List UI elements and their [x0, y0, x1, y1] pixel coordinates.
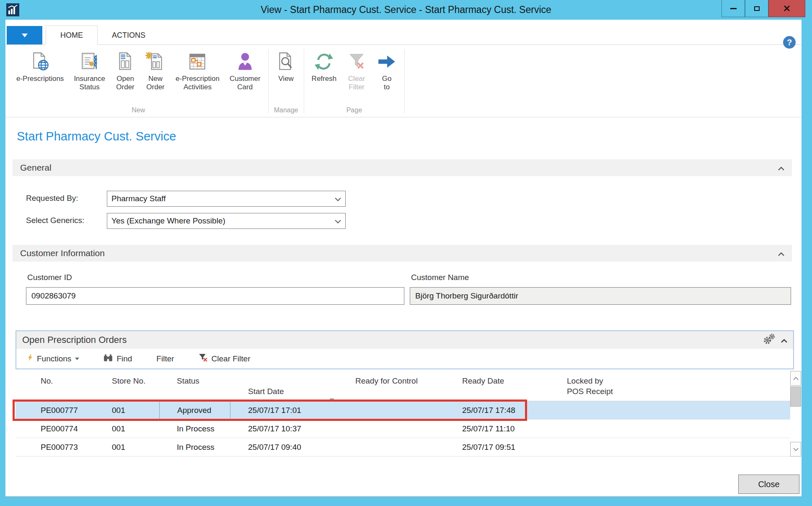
cell-ready-date[interactable]: 25/07/17 09:51	[445, 438, 550, 456]
window-content: HOME ACTIONS ? e-Prescriptions	[5, 20, 802, 497]
cell-locked-by[interactable]	[550, 438, 790, 456]
clear-filter-icon	[347, 51, 367, 73]
tab-actions[interactable]: ACTIONS	[98, 26, 160, 45]
part-title: Open Prescription Orders	[22, 335, 127, 345]
orders-table: No. Store No. Status Start Date Ready fo…	[16, 371, 790, 457]
ribbon-group-page: Refresh Clear Filter Go to	[307, 45, 402, 117]
cell-start-date[interactable]: 25/07/17 09:40	[230, 438, 339, 456]
collapse-chevron-icon[interactable]	[778, 248, 784, 258]
cell-ready-for-control[interactable]	[339, 401, 445, 419]
cell-ready-date[interactable]: 25/07/17 11:10	[445, 420, 550, 438]
customer-card-button[interactable]: Customer Card	[225, 48, 266, 91]
requested-by-label: Requested By:	[26, 194, 78, 203]
ribbon-tab-row: HOME ACTIONS ?	[5, 25, 802, 45]
column-header-store-no[interactable]: Store No.	[94, 371, 159, 401]
e-prescriptions-button[interactable]: e-Prescriptions	[11, 48, 69, 83]
ribbon-group-caption: Page	[307, 105, 402, 117]
requested-by-select[interactable]: Pharmacy Staff	[107, 191, 346, 207]
vertical-scrollbar[interactable]	[790, 371, 801, 457]
arrow-right-icon	[377, 51, 397, 73]
minimize-icon	[730, 8, 737, 9]
cell-ready-for-control[interactable]	[339, 420, 445, 438]
chevron-down-icon	[793, 448, 799, 451]
part-toolbar: Functions Find Filter Clear Filter	[16, 349, 793, 368]
column-header-ready-date[interactable]: Ready Date	[445, 371, 550, 401]
ribbon: e-Prescriptions Insurance Status Open Or…	[5, 45, 802, 117]
cell-ready-date[interactable]: 25/07/17 17:48	[445, 401, 550, 419]
cell-locked-by[interactable]	[550, 420, 790, 438]
view-button[interactable]: View	[271, 48, 301, 83]
table-row[interactable]: PE000774001In Process25/07/17 10:3725/07…	[16, 420, 790, 438]
clear-filter-button[interactable]: Clear Filter	[341, 48, 372, 91]
chevron-down-icon	[22, 34, 28, 37]
app-window: View - Start Pharmacy Cust. Service - St…	[0, 0, 812, 506]
part-header[interactable]: Open Prescription Orders	[16, 331, 793, 349]
go-to-button[interactable]: Go to	[372, 48, 402, 91]
close-button[interactable]: Close	[738, 475, 799, 494]
cell-store-no[interactable]: 001	[94, 438, 159, 456]
find-button[interactable]: Find	[103, 354, 132, 363]
binoculars-icon	[103, 354, 113, 363]
column-header-start-date[interactable]: Start Date	[230, 371, 339, 401]
scroll-up-button[interactable]	[790, 371, 801, 386]
e-prescription-activities-button[interactable]: e-Prescription Activities	[171, 48, 225, 91]
column-header-no[interactable]: No.	[16, 371, 94, 401]
application-menu-button[interactable]	[7, 26, 42, 44]
column-header-status[interactable]: Status	[159, 371, 230, 401]
refresh-button[interactable]: Refresh	[307, 48, 342, 83]
section-title: Customer Information	[20, 248, 105, 258]
cell-locked-by[interactable]	[550, 401, 790, 419]
ribbon-group-new: e-Prescriptions Insurance Status Open Or…	[11, 45, 266, 117]
gears-icon[interactable]	[763, 334, 775, 347]
scrollbar-thumb[interactable]	[790, 387, 801, 407]
table-row[interactable]: PE000777001Approved25/07/17 17:0125/07/1…	[16, 401, 790, 420]
new-order-document-icon	[145, 51, 166, 73]
orders-table-header: No. Store No. Status Start Date Ready fo…	[16, 371, 790, 401]
new-order-button[interactable]: New Order	[140, 48, 171, 91]
cell-ready-for-control[interactable]	[339, 438, 445, 456]
orders-rows: PE000777001Approved25/07/17 17:0125/07/1…	[16, 401, 790, 457]
cell-no[interactable]: PE000773	[16, 438, 94, 456]
maximize-button[interactable]	[745, 0, 768, 17]
cell-start-date[interactable]: 25/07/17 17:01	[230, 401, 339, 419]
clear-filter-toolbar-button[interactable]: Clear Filter	[199, 353, 251, 364]
cell-status[interactable]: In Process	[159, 438, 230, 456]
scroll-down-button[interactable]	[790, 442, 801, 457]
functions-menu-button[interactable]: Functions	[27, 354, 79, 363]
ribbon-separator	[304, 49, 304, 114]
cell-store-no[interactable]: 001	[94, 420, 159, 438]
cell-no[interactable]: PE000774	[16, 420, 94, 438]
requested-by-value: Pharmacy Staff	[111, 194, 166, 203]
minimize-button[interactable]	[721, 0, 745, 17]
open-order-button[interactable]: Open Order	[110, 48, 140, 91]
button-label: e-Prescriptions	[16, 75, 64, 83]
customer-name-field[interactable]	[410, 287, 791, 305]
functions-label: Functions	[37, 354, 71, 363]
filter-button[interactable]: Filter	[156, 354, 174, 363]
button-label: New Order	[146, 75, 164, 91]
button-label: Insurance Status	[74, 75, 105, 91]
collapse-chevron-icon[interactable]	[778, 163, 784, 173]
collapse-chevron-icon[interactable]	[781, 335, 787, 345]
column-header-locked-by-pos-receipt[interactable]: Locked by POS Receipt	[550, 371, 790, 401]
cell-store-no[interactable]: 001	[94, 401, 159, 419]
button-label: View	[278, 75, 294, 83]
table-row[interactable]: PE000773001In Process25/07/17 09:4025/07…	[16, 438, 790, 457]
cell-no[interactable]: PE000777	[16, 401, 94, 419]
insurance-status-button[interactable]: Insurance Status	[69, 48, 110, 91]
section-header-general[interactable]: General	[13, 159, 792, 176]
column-header-ready-for-control[interactable]: Ready for Control	[339, 371, 445, 401]
section-header-customer-information[interactable]: Customer Information	[13, 245, 792, 262]
ribbon-separator	[404, 49, 405, 114]
insurance-document-icon	[80, 51, 100, 73]
cell-start-date[interactable]: 25/07/17 10:37	[230, 420, 339, 438]
activities-grid-icon	[187, 51, 207, 73]
tab-home[interactable]: HOME	[46, 26, 98, 45]
document-globe-icon	[30, 51, 50, 73]
window-title: View - Start Pharmacy Cust. Service - St…	[0, 0, 812, 20]
cell-status[interactable]: Approved	[159, 401, 230, 419]
cell-status[interactable]: In Process	[159, 420, 230, 438]
close-window-button[interactable]	[768, 0, 805, 17]
select-generics-select[interactable]: Yes (Exchange Where Possible)	[107, 213, 346, 229]
customer-id-field[interactable]	[26, 287, 404, 305]
